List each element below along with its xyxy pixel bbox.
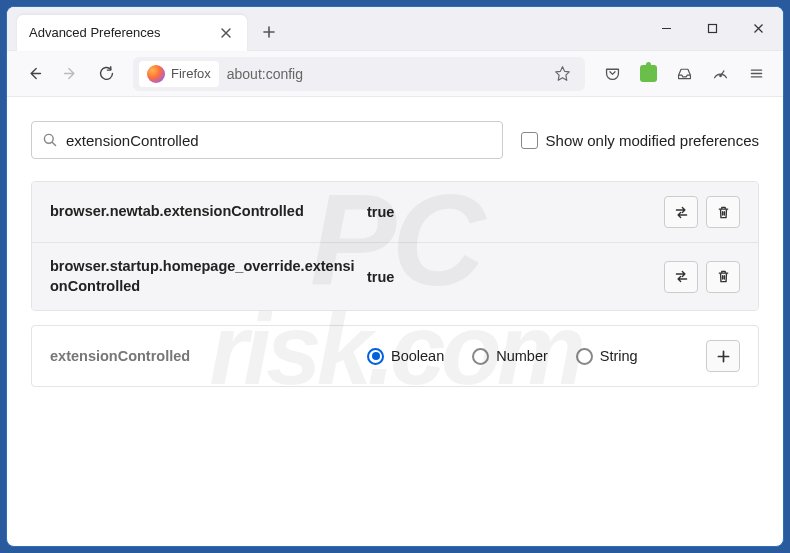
show-modified-checkbox[interactable]: Show only modified preferences: [521, 132, 759, 149]
pref-actions: [664, 196, 740, 228]
inbox-icon: [676, 65, 693, 82]
account-button[interactable]: [703, 57, 737, 91]
arrow-left-icon: [26, 65, 43, 82]
delete-button[interactable]: [706, 196, 740, 228]
preference-search-input[interactable]: [66, 132, 492, 149]
plus-icon: [262, 25, 276, 39]
inbox-button[interactable]: [667, 57, 701, 91]
svg-point-1: [719, 75, 722, 78]
reload-icon: [98, 65, 115, 82]
arrow-right-icon: [62, 65, 79, 82]
minimize-icon: [661, 23, 672, 34]
reload-button[interactable]: [89, 57, 123, 91]
gauge-icon: [712, 65, 729, 82]
navigation-toolbar: Firefox about:config: [7, 51, 783, 97]
browser-window: Advanced Preferences: [6, 6, 784, 547]
checkbox-label: Show only modified preferences: [546, 132, 759, 149]
close-window-button[interactable]: [735, 7, 781, 51]
star-icon: [554, 65, 571, 82]
app-menu-button[interactable]: [739, 57, 773, 91]
preferences-table: browser.newtab.extensionControlled true …: [31, 181, 759, 311]
close-tab-button[interactable]: [217, 24, 235, 42]
add-pref-name: extensionControlled: [50, 348, 355, 364]
close-icon: [753, 23, 764, 34]
pref-name: browser.startup.homepage_override.extens…: [50, 257, 355, 296]
close-icon: [220, 27, 232, 39]
back-button[interactable]: [17, 57, 51, 91]
pocket-button[interactable]: [595, 57, 629, 91]
window-controls: [643, 7, 783, 50]
trash-icon: [715, 268, 732, 285]
radio-label: String: [600, 348, 638, 364]
pocket-icon: [604, 65, 621, 82]
bookmark-star-button[interactable]: [549, 61, 575, 87]
forward-button[interactable]: [53, 57, 87, 91]
type-number-option[interactable]: Number: [472, 348, 548, 365]
puzzle-piece-icon: [640, 65, 657, 82]
type-string-option[interactable]: String: [576, 348, 638, 365]
radio-icon: [472, 348, 489, 365]
maximize-icon: [707, 23, 718, 34]
radio-label: Boolean: [391, 348, 444, 364]
hamburger-icon: [748, 65, 765, 82]
search-icon: [42, 132, 58, 148]
new-tab-button[interactable]: [253, 16, 285, 48]
url-text: about:config: [227, 66, 541, 82]
svg-point-2: [44, 134, 53, 143]
site-identity[interactable]: Firefox: [139, 61, 219, 87]
pref-row: browser.newtab.extensionControlled true: [32, 182, 758, 243]
tab-title: Advanced Preferences: [29, 25, 217, 40]
radio-label: Number: [496, 348, 548, 364]
add-preference-row: extensionControlled Boolean Number Strin…: [31, 325, 759, 387]
toggle-arrows-icon: [673, 204, 690, 221]
add-preference-button[interactable]: [706, 340, 740, 372]
type-options: Boolean Number String: [367, 348, 694, 365]
extension-button[interactable]: [631, 57, 665, 91]
toggle-button[interactable]: [664, 196, 698, 228]
pref-value: true: [367, 269, 652, 285]
address-bar[interactable]: Firefox about:config: [133, 57, 585, 91]
about-config-content: Show only modified preferences browser.n…: [7, 97, 783, 411]
active-tab[interactable]: Advanced Preferences: [17, 15, 247, 51]
search-row: Show only modified preferences: [31, 121, 759, 159]
type-boolean-option[interactable]: Boolean: [367, 348, 444, 365]
pref-name: browser.newtab.extensionControlled: [50, 202, 355, 222]
pref-actions: [664, 261, 740, 293]
toolbar-icons: [595, 57, 773, 91]
preference-search-box[interactable]: [31, 121, 503, 159]
maximize-button[interactable]: [689, 7, 735, 51]
svg-rect-0: [708, 25, 716, 33]
firefox-logo-icon: [147, 65, 165, 83]
plus-icon: [715, 348, 732, 365]
radio-icon: [576, 348, 593, 365]
pref-row: browser.startup.homepage_override.extens…: [32, 243, 758, 310]
toggle-arrows-icon: [673, 268, 690, 285]
checkbox-icon: [521, 132, 538, 149]
identity-label: Firefox: [171, 66, 211, 81]
trash-icon: [715, 204, 732, 221]
toggle-button[interactable]: [664, 261, 698, 293]
titlebar: Advanced Preferences: [7, 7, 783, 51]
delete-button[interactable]: [706, 261, 740, 293]
pref-value: true: [367, 204, 652, 220]
radio-icon: [367, 348, 384, 365]
minimize-button[interactable]: [643, 7, 689, 51]
